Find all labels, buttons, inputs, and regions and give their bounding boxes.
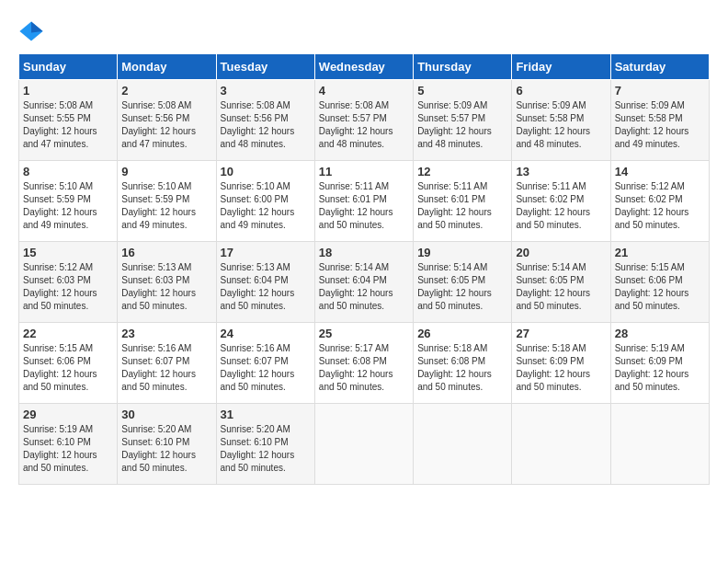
logo — [18, 18, 48, 44]
calendar-cell: 13 Sunrise: 5:11 AMSunset: 6:02 PMDaylig… — [512, 161, 610, 242]
day-info: Sunrise: 5:08 AMSunset: 5:56 PMDaylight:… — [221, 100, 295, 149]
day-number: 16 — [121, 246, 211, 259]
calendar-cell: 28 Sunrise: 5:19 AMSunset: 6:09 PMDaylig… — [610, 323, 709, 404]
day-number: 21 — [615, 246, 705, 259]
calendar-cell: 26 Sunrise: 5:18 AMSunset: 6:08 PMDaylig… — [414, 323, 512, 404]
calendar-cell: 15 Sunrise: 5:12 AMSunset: 6:03 PMDaylig… — [19, 242, 118, 323]
calendar-cell: 23 Sunrise: 5:16 AMSunset: 6:07 PMDaylig… — [118, 323, 216, 404]
calendar-cell: 22 Sunrise: 5:15 AMSunset: 6:06 PMDaylig… — [19, 323, 118, 404]
header-day-sunday: Sunday — [19, 54, 118, 80]
day-info: Sunrise: 5:19 AMSunset: 6:09 PMDaylight:… — [615, 343, 689, 392]
calendar-cell: 17 Sunrise: 5:13 AMSunset: 6:04 PMDaylig… — [216, 242, 314, 323]
day-number: 11 — [319, 165, 409, 178]
calendar-cell: 14 Sunrise: 5:12 AMSunset: 6:02 PMDaylig… — [610, 161, 709, 242]
day-info: Sunrise: 5:12 AMSunset: 6:03 PMDaylight:… — [23, 262, 97, 311]
calendar-cell: 27 Sunrise: 5:18 AMSunset: 6:09 PMDaylig… — [512, 323, 610, 404]
calendar-cell — [414, 404, 512, 485]
header-day-friday: Friday — [512, 54, 610, 80]
day-number: 29 — [23, 408, 113, 421]
day-number: 27 — [516, 327, 606, 340]
day-info: Sunrise: 5:16 AMSunset: 6:07 PMDaylight:… — [221, 343, 295, 392]
day-info: Sunrise: 5:08 AMSunset: 5:55 PMDaylight:… — [23, 100, 97, 149]
calendar-cell: 5 Sunrise: 5:09 AMSunset: 5:57 PMDayligh… — [414, 80, 512, 161]
day-number: 17 — [221, 246, 311, 259]
day-info: Sunrise: 5:13 AMSunset: 6:03 PMDaylight:… — [121, 262, 196, 311]
calendar-cell: 25 Sunrise: 5:17 AMSunset: 6:08 PMDaylig… — [314, 323, 413, 404]
day-info: Sunrise: 5:16 AMSunset: 6:07 PMDaylight:… — [121, 343, 196, 392]
header-day-thursday: Thursday — [414, 54, 512, 80]
day-number: 9 — [121, 165, 211, 178]
calendar-cell: 3 Sunrise: 5:08 AMSunset: 5:56 PMDayligh… — [216, 80, 314, 161]
logo-icon — [18, 18, 44, 44]
calendar-cell: 6 Sunrise: 5:09 AMSunset: 5:58 PMDayligh… — [512, 80, 610, 161]
calendar-cell: 24 Sunrise: 5:16 AMSunset: 6:07 PMDaylig… — [216, 323, 314, 404]
calendar-cell: 12 Sunrise: 5:11 AMSunset: 6:01 PMDaylig… — [414, 161, 512, 242]
day-number: 20 — [516, 246, 606, 259]
day-number: 24 — [221, 327, 311, 340]
calendar-cell: 7 Sunrise: 5:09 AMSunset: 5:58 PMDayligh… — [610, 80, 709, 161]
calendar-week-row: 15 Sunrise: 5:12 AMSunset: 6:03 PMDaylig… — [19, 242, 710, 323]
day-info: Sunrise: 5:09 AMSunset: 5:57 PMDaylight:… — [417, 100, 492, 149]
calendar-cell: 8 Sunrise: 5:10 AMSunset: 5:59 PMDayligh… — [19, 161, 118, 242]
day-info: Sunrise: 5:15 AMSunset: 6:06 PMDaylight:… — [23, 343, 97, 392]
header-day-wednesday: Wednesday — [314, 54, 413, 80]
day-number: 13 — [516, 165, 606, 178]
header-day-tuesday: Tuesday — [216, 54, 314, 80]
calendar-cell — [512, 404, 610, 485]
day-number: 28 — [615, 327, 705, 340]
day-info: Sunrise: 5:15 AMSunset: 6:06 PMDaylight:… — [615, 262, 689, 311]
day-number: 6 — [516, 84, 606, 98]
calendar-cell: 31 Sunrise: 5:20 AMSunset: 6:10 PMDaylig… — [216, 404, 314, 485]
calendar-cell: 9 Sunrise: 5:10 AMSunset: 5:59 PMDayligh… — [118, 161, 216, 242]
day-number: 7 — [615, 84, 705, 98]
day-info: Sunrise: 5:10 AMSunset: 5:59 PMDaylight:… — [23, 181, 97, 230]
day-number: 3 — [221, 84, 311, 98]
calendar-cell: 10 Sunrise: 5:10 AMSunset: 6:00 PMDaylig… — [216, 161, 314, 242]
calendar-cell: 4 Sunrise: 5:08 AMSunset: 5:57 PMDayligh… — [314, 80, 413, 161]
calendar-cell: 16 Sunrise: 5:13 AMSunset: 6:03 PMDaylig… — [118, 242, 216, 323]
svg-marker-1 — [31, 22, 43, 33]
day-number: 10 — [221, 165, 311, 178]
day-number: 22 — [23, 327, 113, 340]
calendar-cell: 20 Sunrise: 5:14 AMSunset: 6:05 PMDaylig… — [512, 242, 610, 323]
calendar-cell: 1 Sunrise: 5:08 AMSunset: 5:55 PMDayligh… — [19, 80, 118, 161]
day-number: 8 — [23, 165, 113, 178]
day-info: Sunrise: 5:09 AMSunset: 5:58 PMDaylight:… — [615, 100, 689, 149]
day-info: Sunrise: 5:08 AMSunset: 5:57 PMDaylight:… — [319, 100, 393, 149]
day-info: Sunrise: 5:18 AMSunset: 6:09 PMDaylight:… — [516, 343, 590, 392]
day-number: 25 — [319, 327, 409, 340]
calendar-cell: 29 Sunrise: 5:19 AMSunset: 6:10 PMDaylig… — [19, 404, 118, 485]
day-info: Sunrise: 5:12 AMSunset: 6:02 PMDaylight:… — [615, 181, 689, 230]
calendar-cell: 21 Sunrise: 5:15 AMSunset: 6:06 PMDaylig… — [610, 242, 709, 323]
day-number: 12 — [417, 165, 507, 178]
day-number: 14 — [615, 165, 705, 178]
day-info: Sunrise: 5:14 AMSunset: 6:05 PMDaylight:… — [417, 262, 492, 311]
calendar-cell: 19 Sunrise: 5:14 AMSunset: 6:05 PMDaylig… — [414, 242, 512, 323]
day-number: 5 — [417, 84, 507, 98]
day-info: Sunrise: 5:14 AMSunset: 6:05 PMDaylight:… — [516, 262, 590, 311]
day-number: 2 — [121, 84, 211, 98]
day-number: 30 — [121, 408, 211, 421]
day-info: Sunrise: 5:10 AMSunset: 5:59 PMDaylight:… — [121, 181, 196, 230]
header-day-saturday: Saturday — [610, 54, 709, 80]
day-info: Sunrise: 5:11 AMSunset: 6:01 PMDaylight:… — [417, 181, 492, 230]
day-info: Sunrise: 5:09 AMSunset: 5:58 PMDaylight:… — [516, 100, 590, 149]
day-number: 23 — [121, 327, 211, 340]
day-number: 31 — [221, 408, 311, 421]
header-day-monday: Monday — [118, 54, 216, 80]
calendar-cell: 11 Sunrise: 5:11 AMSunset: 6:01 PMDaylig… — [314, 161, 413, 242]
day-info: Sunrise: 5:18 AMSunset: 6:08 PMDaylight:… — [417, 343, 492, 392]
day-info: Sunrise: 5:11 AMSunset: 6:01 PMDaylight:… — [319, 181, 393, 230]
day-info: Sunrise: 5:14 AMSunset: 6:04 PMDaylight:… — [319, 262, 393, 311]
day-number: 19 — [417, 246, 507, 259]
page-header — [18, 18, 710, 44]
calendar-cell — [314, 404, 413, 485]
calendar-week-row: 8 Sunrise: 5:10 AMSunset: 5:59 PMDayligh… — [19, 161, 710, 242]
day-number: 26 — [417, 327, 507, 340]
day-info: Sunrise: 5:20 AMSunset: 6:10 PMDaylight:… — [121, 424, 196, 473]
day-info: Sunrise: 5:11 AMSunset: 6:02 PMDaylight:… — [516, 181, 590, 230]
calendar-table: SundayMondayTuesdayWednesdayThursdayFrid… — [18, 53, 710, 485]
day-info: Sunrise: 5:19 AMSunset: 6:10 PMDaylight:… — [23, 424, 97, 473]
calendar-cell: 18 Sunrise: 5:14 AMSunset: 6:04 PMDaylig… — [314, 242, 413, 323]
day-info: Sunrise: 5:20 AMSunset: 6:10 PMDaylight:… — [221, 424, 295, 473]
